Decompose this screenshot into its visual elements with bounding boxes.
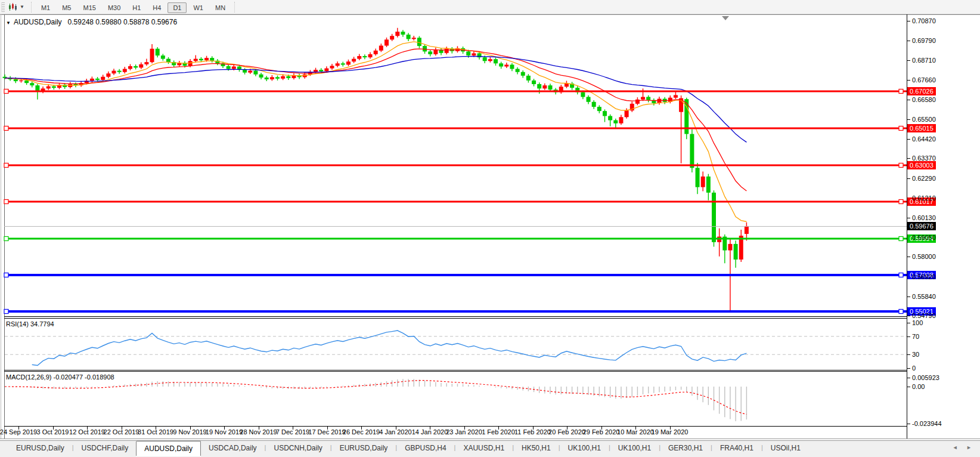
hline-0.63003[interactable] [4,163,907,168]
candle [706,174,711,200]
tab-gbpusd-h4[interactable]: GBPUSD,H4 [397,441,454,455]
date-axis-label: 26 Dec 2019 [343,428,380,436]
candle [494,57,498,66]
period-button-m5[interactable]: M5 [57,2,76,13]
candle [739,230,743,262]
candle [630,101,634,112]
candle [526,74,531,82]
hline-0.57008[interactable] [4,273,907,277]
period-button-m30[interactable]: M30 [103,2,126,13]
period-button-w1[interactable]: W1 [188,2,209,13]
hline-handle[interactable] [4,89,8,94]
candle [336,61,340,67]
tab-ger30-h1[interactable]: GER30,H1 [660,441,711,455]
price-axis-tick-0.59050: 0.59050 [912,234,936,241]
tab-uk100-h1[interactable]: UK100,H1 [610,441,659,455]
candle [504,63,508,68]
tab-fra40-h1[interactable]: FRA40,H1 [712,441,761,455]
price-axis-tick-0.54790: 0.54790 [912,312,936,319]
candle [679,95,683,163]
candle [341,62,345,67]
candles-layer [3,28,749,311]
candle [608,115,612,126]
period-button-m15[interactable]: M15 [77,2,101,13]
candle [619,115,623,125]
tab-hk50-h1[interactable]: HK50,H1 [514,441,559,455]
tab-usoil-h1[interactable]: USOil,H1 [763,441,808,455]
ma-45-line [5,56,746,142]
period-button-d1[interactable]: D1 [168,2,187,13]
hline-handle[interactable] [4,126,8,131]
tab-xauusd-h1[interactable]: XAUUSD,H1 [455,441,512,455]
candle [210,56,214,62]
candle [161,54,165,60]
period-buttons-group: M1M5M15M30H1H4D1W1MN [35,2,231,13]
candle [395,28,399,38]
hline-handle[interactable] [4,273,8,277]
date-axis-label: 11 Feb 2020 [514,428,551,436]
candle [439,48,444,55]
hline-handle[interactable] [899,237,903,241]
hline-handle[interactable] [4,237,8,241]
tab-usdcnh-daily[interactable]: USDCNH,Daily [266,441,330,455]
hline-handle[interactable] [899,200,903,204]
tab-uk100-h1[interactable]: UK100,H1 [560,441,609,455]
chart-tabs: EURUSD,Daily|USDCHF,DailyAUDUSD,DailyUSD… [0,441,808,457]
tab-scroll-arrows: ◄ ► [945,441,980,450]
price-line-label-0.67026: 0.67026 [907,87,936,95]
tab-scroll-left-icon[interactable]: ◄ [953,444,958,450]
chart-tab-bar: EURUSD,Daily|USDCHF,DailyAUDUSD,DailyUSD… [0,440,980,457]
candle [57,83,61,89]
tab-audusd-daily[interactable]: AUDUSD,Daily [136,441,201,456]
candle [352,57,356,63]
hline-handle[interactable] [899,310,903,314]
toolbar-grip[interactable] [1,2,5,12]
hline-0.67026[interactable] [4,89,907,94]
candle [734,240,738,267]
hline-handle[interactable] [899,163,903,168]
price-axis-tick-0.68710: 0.68710 [912,57,936,64]
hline-0.58994[interactable] [4,237,907,241]
candle [445,47,449,54]
hline-0.65015[interactable] [4,126,907,131]
tab-usdcad-daily[interactable]: USDCAD,Daily [201,441,265,455]
hline-handle[interactable] [4,200,8,204]
tab-eurusd-daily[interactable]: EURUSD,Daily [8,441,72,455]
hline-handle[interactable] [4,310,8,314]
macd-axis-tick-0.005923: 0.005923 [912,374,939,381]
candle [379,44,383,52]
candle [374,48,378,55]
hline-handle[interactable] [899,126,903,131]
candle [488,57,492,63]
period-button-h4[interactable]: H4 [147,2,166,13]
price-axis-tick-0.62290: 0.62290 [912,175,936,182]
candle [166,57,170,64]
hline-handle[interactable] [899,89,903,94]
hline-0.55021[interactable] [4,310,907,314]
tab-eurusd-daily[interactable]: EURUSD,Daily [332,441,396,455]
candle [243,68,247,74]
price-axis-tick-0.66580: 0.66580 [912,96,936,103]
hline-handle[interactable] [4,163,8,168]
candle [684,98,689,139]
macd-indicator-label: MACD(12,26,9) -0.020477 -0.018908 [6,373,114,381]
hline-0.61017[interactable] [4,200,907,204]
tab-scroll-right-icon[interactable]: ► [966,444,972,450]
symbol-dropdown-icon[interactable]: ▼ [6,20,11,26]
hline-handle[interactable] [899,273,903,277]
candle [433,48,438,56]
chart-shift-marker-icon[interactable] [722,16,729,20]
chart-type-icon[interactable] [8,3,18,11]
period-button-mn[interactable]: MN [210,2,231,13]
candle [641,88,645,101]
tab-usdchf-daily[interactable]: USDCHF,Daily [74,441,137,455]
price-axis-tick-0.60130: 0.60130 [912,214,936,221]
candle [401,30,405,36]
candle [150,44,154,63]
period-button-h1[interactable]: H1 [127,2,146,13]
timeframe-toolbar: ▼ M1M5M15M30H1H4D1W1MN [0,0,980,14]
candle [592,100,596,109]
chart-type-dropdown-icon[interactable]: ▼ [20,4,24,10]
candle [275,76,280,81]
period-button-m1[interactable]: M1 [36,2,55,13]
